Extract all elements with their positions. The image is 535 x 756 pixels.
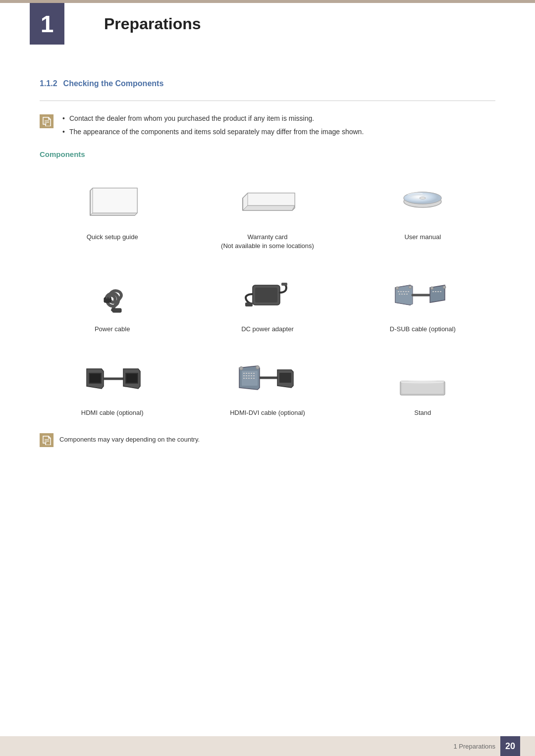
svg-rect-58 xyxy=(246,378,247,379)
dsub-cable-label: D-SUB cable (optional) xyxy=(390,325,456,334)
stand-image xyxy=(383,349,462,403)
svg-rect-45 xyxy=(126,374,137,383)
page-footer: 1 Preparations 20 xyxy=(0,736,535,756)
svg-rect-25 xyxy=(398,291,399,292)
main-content: 1.1.2 Checking the Components Contact th… xyxy=(0,45,535,487)
component-dc-adapter: DC power adapter xyxy=(195,265,340,334)
hdmi-cable-image xyxy=(73,349,152,403)
svg-rect-48 xyxy=(246,373,247,374)
stand-label: Stand xyxy=(414,408,431,417)
svg-rect-27 xyxy=(403,291,404,292)
component-user-manual: User manual xyxy=(350,173,495,251)
svg-rect-66 xyxy=(402,383,443,394)
power-cable-image xyxy=(73,265,152,320)
svg-point-34 xyxy=(396,287,399,290)
chapter-number: 1 xyxy=(41,10,54,38)
quick-setup-guide-image xyxy=(73,173,152,228)
svg-rect-17 xyxy=(104,298,111,302)
dc-adapter-label: DC power adapter xyxy=(241,325,294,334)
svg-rect-38 xyxy=(437,291,439,292)
note-item-2: The appearance of the components and ite… xyxy=(59,127,364,137)
svg-rect-52 xyxy=(243,375,245,376)
svg-point-62 xyxy=(239,366,243,370)
footer-note-icon xyxy=(40,433,54,447)
footer-chapter-text: 1 Preparations xyxy=(453,743,495,750)
svg-point-35 xyxy=(409,286,412,289)
svg-rect-22 xyxy=(255,288,277,302)
user-manual-label: User manual xyxy=(404,233,441,242)
section-title: Checking the Components xyxy=(63,79,164,88)
svg-point-63 xyxy=(256,365,259,369)
svg-rect-49 xyxy=(248,373,250,374)
svg-rect-50 xyxy=(251,373,252,374)
svg-marker-9 xyxy=(243,205,295,210)
svg-rect-32 xyxy=(404,294,405,295)
hdmi-cable-label: HDMI cable (optional) xyxy=(81,408,144,417)
warranty-card-label: Warranty card (Not available in some loc… xyxy=(221,233,314,251)
svg-rect-55 xyxy=(251,375,252,376)
svg-rect-54 xyxy=(248,375,250,376)
footer-note-text: Components may vary depending on the cou… xyxy=(59,436,200,443)
svg-rect-36 xyxy=(432,291,434,292)
components-grid: Quick setup guide Warranty card xyxy=(40,173,495,417)
dsub-cable-image xyxy=(383,265,462,320)
svg-rect-24 xyxy=(245,302,253,306)
component-warranty-card: Warranty card (Not available in some loc… xyxy=(195,173,340,251)
svg-rect-28 xyxy=(405,291,407,292)
svg-marker-4 xyxy=(90,213,137,215)
component-hdmi-cable: HDMI cable (optional) xyxy=(40,349,185,417)
svg-rect-30 xyxy=(399,294,400,295)
svg-point-41 xyxy=(443,286,446,289)
component-power-cable: Power cable xyxy=(40,265,185,334)
note-item-1: Contact the dealer from whom you purchas… xyxy=(59,113,364,124)
svg-rect-26 xyxy=(400,291,402,292)
svg-rect-31 xyxy=(401,294,403,295)
power-cable-label: Power cable xyxy=(95,325,130,334)
chapter-number-box: 1 xyxy=(30,3,64,45)
hdmi-dvi-cable-label: HDMI-DVI cable (optional) xyxy=(230,408,305,417)
note-list: Contact the dealer from whom you purchas… xyxy=(59,113,364,140)
svg-rect-43 xyxy=(90,374,101,383)
svg-rect-60 xyxy=(251,378,252,379)
note-icon xyxy=(40,114,54,128)
svg-rect-51 xyxy=(253,373,255,374)
component-quick-setup-guide: Quick setup guide xyxy=(40,173,185,251)
page-number: 20 xyxy=(505,741,515,752)
note-block: Contact the dealer from whom you purchas… xyxy=(40,113,495,140)
svg-rect-61 xyxy=(253,378,255,379)
warranty-card-image xyxy=(228,173,307,228)
svg-rect-18 xyxy=(106,296,107,299)
component-hdmi-dvi-cable: HDMI-DVI cable (optional) xyxy=(195,349,340,417)
svg-marker-10 xyxy=(248,193,295,205)
svg-rect-19 xyxy=(108,296,110,299)
quick-setup-guide-label: Quick setup guide xyxy=(87,233,138,242)
svg-rect-29 xyxy=(408,291,409,292)
dc-adapter-image xyxy=(228,265,307,320)
svg-marker-5 xyxy=(93,188,137,213)
svg-point-16 xyxy=(420,197,426,199)
section-heading: 1.1.2 Checking the Components xyxy=(40,79,495,88)
svg-rect-20 xyxy=(112,308,121,312)
svg-rect-39 xyxy=(440,291,441,292)
component-stand: Stand xyxy=(350,349,495,417)
user-manual-image xyxy=(383,173,462,228)
svg-rect-47 xyxy=(243,373,245,374)
svg-rect-56 xyxy=(253,375,255,376)
component-dsub-cable: D-SUB cable (optional) xyxy=(350,265,495,334)
section-number: 1.1.2 xyxy=(40,79,57,88)
section-divider xyxy=(40,101,495,101)
components-heading: Components xyxy=(40,150,495,158)
page-title: Preparations xyxy=(104,15,201,33)
svg-rect-64 xyxy=(279,373,291,383)
page-number-box: 20 xyxy=(500,736,520,756)
header: 1 Preparations xyxy=(0,0,535,45)
svg-rect-23 xyxy=(281,283,287,286)
svg-rect-53 xyxy=(246,375,247,376)
svg-point-40 xyxy=(430,287,433,290)
hdmi-dvi-cable-image xyxy=(228,349,307,403)
svg-rect-57 xyxy=(243,378,245,379)
svg-rect-59 xyxy=(248,378,250,379)
footer-note: Components may vary depending on the cou… xyxy=(40,432,495,447)
svg-rect-33 xyxy=(406,294,408,295)
svg-rect-37 xyxy=(435,291,436,292)
